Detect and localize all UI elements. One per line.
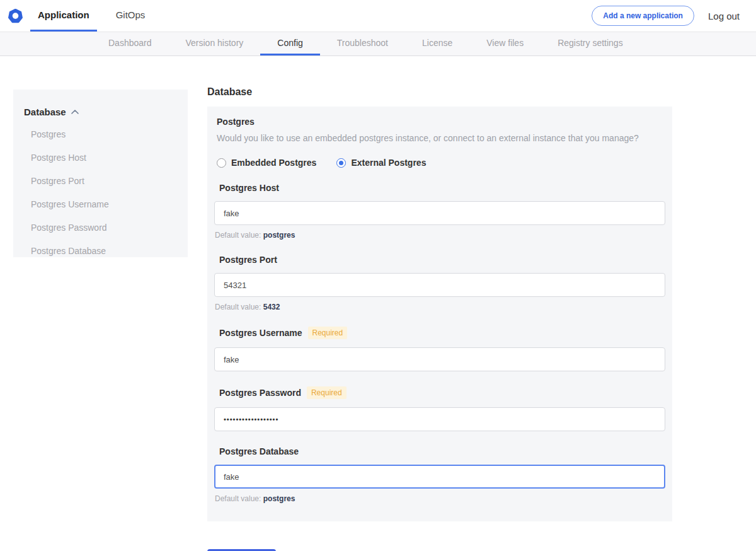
- required-badge: Required: [307, 386, 346, 399]
- radio-external-postgres-label: External Postgres: [351, 158, 426, 168]
- default-prefix: Default value:: [215, 303, 263, 311]
- sidebar-item-postgres-password[interactable]: Postgres Password: [24, 223, 178, 233]
- radio-external-postgres[interactable]: External Postgres: [336, 158, 426, 168]
- field-postgres-host: Postgres Host Default value: postgres: [214, 183, 665, 240]
- field-postgres-host-label: Postgres Host: [219, 183, 279, 193]
- app-subnav: Dashboard Version history Config Trouble…: [0, 32, 756, 56]
- postgres-username-input[interactable]: [214, 347, 665, 371]
- subnav-tab-troubleshoot[interactable]: Troubleshoot: [320, 32, 405, 55]
- config-sidebar: Database Postgres Postgres Host Postgres…: [13, 90, 188, 257]
- postgres-port-input[interactable]: [214, 273, 665, 297]
- sidebar-item-postgres-port[interactable]: Postgres Port: [24, 176, 178, 186]
- default-value: postgres: [263, 231, 295, 240]
- subnav-tab-dashboard[interactable]: Dashboard: [91, 32, 169, 55]
- postgres-port-default: Default value: 5432: [215, 303, 665, 311]
- tab-gitops[interactable]: GitOps: [108, 0, 153, 32]
- sidebar-item-postgres[interactable]: Postgres: [24, 129, 178, 139]
- logout-link[interactable]: Log out: [708, 11, 740, 21]
- field-postgres-port: Postgres Port Default value: 5432: [214, 255, 665, 311]
- default-value: postgres: [263, 494, 295, 503]
- postgres-database-input[interactable]: [214, 465, 665, 489]
- header-tabs: Application GitOps: [30, 0, 164, 32]
- default-prefix: Default value:: [215, 231, 263, 240]
- postgres-host-default: Default value: postgres: [215, 231, 665, 240]
- field-postgres-password: Postgres Password Required: [214, 386, 665, 431]
- postgres-database-default: Default value: postgres: [215, 494, 665, 503]
- field-postgres-port-label: Postgres Port: [219, 255, 277, 265]
- config-main: Database Postgres Would you like to use …: [207, 56, 672, 551]
- sidebar-items: Postgres Postgres Host Postgres Port Pos…: [24, 129, 178, 256]
- tab-application[interactable]: Application: [30, 0, 97, 32]
- config-group-panel: Postgres Would you like to use an embedd…: [207, 107, 672, 521]
- app-logo[interactable]: [0, 0, 30, 32]
- sidebar-item-postgres-host[interactable]: Postgres Host: [24, 153, 178, 163]
- field-postgres-database-label: Postgres Database: [219, 446, 299, 456]
- field-postgres-password-label: Postgres Password: [219, 388, 301, 398]
- postgres-password-input[interactable]: [214, 407, 665, 431]
- subnav-tab-registry-settings[interactable]: Registry settings: [541, 32, 639, 55]
- field-postgres-username: Postgres Username Required: [214, 327, 665, 371]
- subnav-tab-version-history[interactable]: Version history: [169, 32, 261, 55]
- default-prefix: Default value:: [215, 494, 263, 503]
- content-area: Database Postgres Postgres Host Postgres…: [0, 56, 756, 550]
- sidebar-group-database[interactable]: Database: [24, 107, 178, 117]
- page-title: Database: [207, 86, 672, 98]
- required-badge: Required: [308, 327, 348, 339]
- radio-external-postgres-circle[interactable]: [336, 158, 346, 168]
- subnav-tab-view-files[interactable]: View files: [469, 32, 541, 55]
- sidebar-item-postgres-username[interactable]: Postgres Username: [24, 199, 178, 209]
- sidebar-group-label: Database: [24, 107, 66, 117]
- postgres-radio-group: Embedded Postgres External Postgres: [217, 158, 665, 168]
- replicated-logo-icon: [8, 9, 23, 23]
- subnav-tab-config[interactable]: Config: [260, 32, 319, 55]
- add-new-application-button[interactable]: Add a new application: [592, 6, 694, 26]
- config-item-title: Postgres: [217, 117, 665, 127]
- default-value: 5432: [263, 303, 280, 311]
- postgres-host-input[interactable]: [214, 201, 665, 225]
- field-postgres-database: Postgres Database Default value: postgre…: [214, 446, 665, 503]
- config-item-help-text: Would you like to use an embedded postgr…: [217, 133, 665, 143]
- field-postgres-username-label: Postgres Username: [219, 328, 302, 338]
- top-header: Application GitOps Add a new application…: [0, 0, 756, 32]
- radio-embedded-postgres-label: Embedded Postgres: [231, 158, 316, 168]
- radio-embedded-postgres-circle[interactable]: [217, 158, 226, 168]
- chevron-up-icon: [71, 110, 79, 114]
- subnav-tab-license[interactable]: License: [405, 32, 469, 55]
- sidebar-item-postgres-database[interactable]: Postgres Database: [24, 246, 178, 256]
- radio-embedded-postgres[interactable]: Embedded Postgres: [217, 158, 316, 168]
- header-right: Add a new application Log out: [592, 0, 756, 32]
